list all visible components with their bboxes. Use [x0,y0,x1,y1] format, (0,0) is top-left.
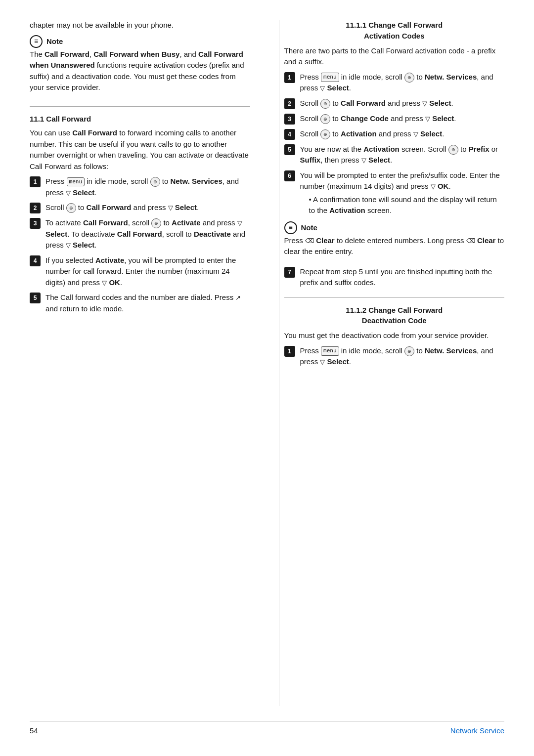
footer-label: Network Service [450,725,504,736]
r-step-2: 2 Scroll ⊕ to Call Forward and press ▽ S… [284,98,505,109]
r-step-content-2: Scroll ⊕ to Call Forward and press ▽ Sel… [300,98,505,109]
heading-11-1-2-line2: Deactivation Code [362,316,427,325]
steps-11-1-1-extra: 7 Repeat from step 5 until you are finis… [284,266,505,289]
r2-menu-icon-1: menu [321,346,339,356]
select-icon-3b: ▽ [66,241,71,251]
step-1: 1 Press menu in idle mode, scroll ⊕ to N… [30,176,250,198]
note-label-right: Note [301,222,317,233]
r-step-num-7: 7 [284,267,295,278]
r-step-num-6: 6 [284,170,295,181]
select-icon-4: ▽ [102,278,107,288]
step-content-2: Scroll ⊕ to Call Forward and press ▽ Sel… [45,202,250,213]
scroll-icon-2: ⊕ [66,203,76,213]
r-step-num-3: 3 [284,114,295,125]
two-column-layout: chapter may not be available in your pho… [30,20,504,706]
r-step-content-5: You are now at the Activation screen. Sc… [300,144,505,166]
step-4: 4 If you selected Activate, you will be … [30,255,250,289]
clear-icon-2: ⌫ [466,236,475,246]
step-num-3: 3 [30,218,41,229]
r-select-icon-3: ▽ [425,114,430,124]
note-icon-row: ≡ Note [30,35,250,48]
end-icon: ↗ [235,293,241,303]
note-block-right: ≡ Note Press ⌫ Clear to delete entered n… [284,221,505,261]
r2-step-num-1: 1 [284,346,295,357]
step-2: 2 Scroll ⊕ to Call Forward and press ▽ S… [30,202,250,213]
r-step-7: 7 Repeat from step 5 until you are finis… [284,266,505,289]
scroll-icon-1: ⊕ [150,177,160,187]
section-11-1-heading: 11.1 Call Forward [30,114,250,125]
r-step-num-5: 5 [284,144,295,155]
heading-11-1-2-line1: 11.1.2 Change Call Forward [346,306,443,314]
r-step-5: 5 You are now at the Activation screen. … [284,144,505,166]
step-5: 5 The Call forward codes and the number … [30,292,250,314]
select-icon-1: ▽ [66,188,71,198]
select-icon-2: ▽ [168,203,173,213]
step-num-5: 5 [30,293,41,303]
note-content: The Call Forward, Call Forward when Busy… [30,49,250,93]
section-divider-right [284,297,505,298]
clear-icon-1: ⌫ [305,236,314,246]
page-number: 54 [30,725,38,736]
section-11-1-1-heading: 11.1.1 Change Call Forward Activation Co… [284,20,505,42]
step-num-1: 1 [30,176,41,187]
r-step-3: 3 Scroll ⊕ to Change Code and press ▽ Se… [284,113,505,125]
intro-text: chapter may not be available in your pho… [30,20,250,31]
scroll-icon-3: ⊕ [151,218,161,228]
r-select-icon-1: ▽ [320,84,325,93]
steps-11-1: 1 Press menu in idle mode, scroll ⊕ to N… [30,176,250,314]
step-6-bullet: • A confirmation tone will sound and the… [309,194,505,216]
heading-line1: 11.1.1 Change Call Forward [346,21,443,29]
r-select-icon-2: ▽ [422,99,427,109]
select-icon-3: ▽ [237,218,242,228]
r-step-content-6: You will be prompted to enter the prefix… [300,170,505,216]
note-icon: ≡ [30,35,43,48]
r-step-6: 6 You will be prompted to enter the pref… [284,170,505,216]
r-select-icon-4: ▽ [413,129,418,139]
step-content-4: If you selected Activate, you will be pr… [45,255,250,289]
r-menu-icon-1: menu [321,73,339,82]
r-scroll-icon-4: ⊕ [320,129,330,139]
r-step-content-7: Repeat from step 5 until you are finishe… [300,266,505,289]
steps-11-1-2: 1 Press menu in idle mode, scroll ⊕ to N… [284,345,505,368]
r-step-1: 1 Press menu in idle mode, scroll ⊕ to N… [284,72,505,94]
step-num-2: 2 [30,203,41,213]
heading-line2: Activation Codes [364,32,425,40]
r2-step-content-1: Press menu in idle mode, scroll ⊕ to Net… [300,345,505,368]
left-column: chapter may not be available in your pho… [30,20,255,706]
step-content-3: To activate Call Forward, scroll ⊕ to Ac… [45,217,250,251]
menu-icon: menu [67,177,85,187]
r-scroll-icon-5: ⊕ [448,145,458,155]
page: chapter may not be available in your pho… [0,0,534,756]
r-select-icon-5: ▽ [361,156,366,166]
r-step-4: 4 Scroll ⊕ to Activation and press ▽ Sel… [284,128,505,140]
steps-11-1-1: 1 Press menu in idle mode, scroll ⊕ to N… [284,72,505,216]
section-11-1-2-heading: 11.1.2 Change Call Forward Deactivation … [284,305,505,327]
r-scroll-icon-2: ⊕ [320,99,330,109]
step-content-5: The Call forward codes and the number ar… [45,292,250,314]
note-block: ≡ Note The Call Forward, Call Forward wh… [30,35,250,97]
section-11-1-1-intro: There are two parts to the Call Forward … [284,45,505,68]
r-scroll-icon-3: ⊕ [320,114,330,124]
step-3: 3 To activate Call Forward, scroll ⊕ to … [30,217,250,251]
r-step-content-4: Scroll ⊕ to Activation and press ▽ Selec… [300,128,505,140]
r-select-icon-6: ▽ [431,182,436,192]
section-11-1-2-intro: You must get the deactivation code from … [284,330,505,341]
r2-scroll-icon-1: ⊕ [404,346,414,356]
note-icon-right: ≡ [284,221,297,234]
r-step-content-1: Press menu in idle mode, scroll ⊕ to Net… [300,72,505,94]
r-step-num-4: 4 [284,129,295,140]
r-scroll-icon-1: ⊕ [404,73,414,83]
section-11-1-intro: You can use Call Forward to forward inco… [30,127,250,172]
r2-step-1: 1 Press menu in idle mode, scroll ⊕ to N… [284,345,505,368]
section-divider-1 [30,106,250,107]
note-content-right: Press ⌫ Clear to delete entered numbers.… [284,235,505,257]
r-step-content-3: Scroll ⊕ to Change Code and press ▽ Sele… [300,113,505,125]
note-icon-row-right: ≡ Note [284,221,505,234]
step-content-1: Press menu in idle mode, scroll ⊕ to Net… [45,176,250,198]
page-footer: 54 Network Service [30,721,504,736]
r-step-num-1: 1 [284,72,295,83]
note-label: Note [46,36,63,47]
r2-select-icon-1: ▽ [320,357,325,367]
step-num-4: 4 [30,255,41,266]
right-column: 11.1.1 Change Call Forward Activation Co… [279,20,505,706]
